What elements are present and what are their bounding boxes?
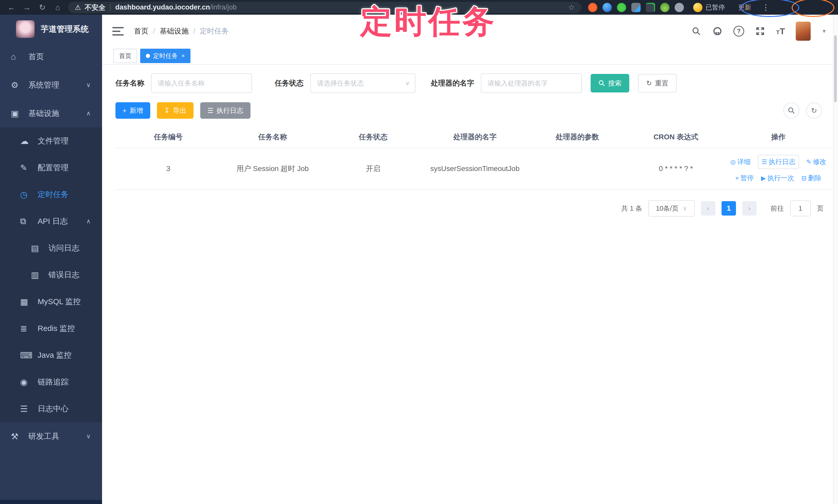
task-name-input[interactable]: [152, 79, 251, 87]
log-center-icon: ☰: [20, 404, 32, 414]
browser-menu-icon[interactable]: ⋮: [762, 3, 770, 12]
bookmark-star-icon[interactable]: ☆: [568, 3, 575, 12]
tab-scheduled-tasks[interactable]: 定时任务 ×: [140, 49, 190, 63]
row-execution-log-link[interactable]: ☰ 执行日志: [758, 155, 799, 169]
extension-green-check-icon[interactable]: [617, 3, 626, 12]
detail-link[interactable]: ◎ 详细: [730, 157, 751, 166]
address-bar[interactable]: ⚠ 不安全 dashboard.yudao.iocoder.cn /infra/…: [68, 2, 581, 13]
sidebar-item-config-management[interactable]: ✎ 配置管理: [0, 154, 102, 181]
access-log-icon: ▤: [31, 243, 43, 253]
sidebar-item-dev-tools[interactable]: ⚒ 研发工具 ∨: [0, 422, 102, 450]
extension-plant-icon[interactable]: [660, 3, 669, 12]
pause-icon: ×: [735, 175, 739, 182]
screen: ← → ↻ ⌂ ⚠ 不安全 dashboard.yudao.iocoder.cn…: [0, 0, 838, 504]
browser-home-icon[interactable]: ⌂: [50, 3, 66, 12]
delete-link[interactable]: ⊟ 删除: [801, 174, 821, 183]
help-icon[interactable]: ?: [733, 26, 744, 37]
table-toolbar-right: ↻: [783, 103, 822, 119]
sidebar-item-file-management[interactable]: ☁ 文件管理: [0, 127, 102, 154]
total-count: 共 1 条: [621, 204, 642, 213]
window-scrollbar[interactable]: [833, 15, 838, 504]
sidebar-item-error-log[interactable]: ▥ 错误日志: [0, 262, 102, 288]
sidebar-item-home[interactable]: ⌂ 首页: [0, 42, 102, 71]
sidebar-item-system-management[interactable]: ⚙ 系统管理 ∨: [0, 71, 102, 99]
task-status-select[interactable]: 请选择任务状态 ∨: [310, 73, 415, 93]
run-once-link[interactable]: ▶ 执行一次: [761, 174, 794, 183]
page-size-select[interactable]: 10条/页 ∨: [648, 200, 695, 217]
scrollbar-thumb[interactable]: [834, 35, 837, 102]
browser-forward-icon[interactable]: →: [19, 3, 35, 12]
chevron-up-icon: ∧: [86, 218, 91, 225]
sidebar-item-access-log[interactable]: ▤ 访问日志: [0, 235, 102, 262]
sidebar-item-api-log[interactable]: ⧉ API 日志 ∧: [0, 208, 102, 235]
task-name-field[interactable]: [151, 73, 252, 93]
browser-reload-icon[interactable]: ↻: [35, 3, 50, 12]
goto-page-input[interactable]: [792, 204, 809, 213]
sidebar-item-mysql-monitor[interactable]: ▦ MySQL 监控: [0, 288, 102, 315]
github-icon[interactable]: [712, 26, 722, 36]
list-icon: ☰: [207, 107, 213, 114]
reset-button[interactable]: ↻ 重置: [638, 74, 677, 92]
extension-blue-icon[interactable]: [603, 3, 612, 12]
edit-link[interactable]: ✎ 修改: [806, 157, 826, 166]
prev-page-button[interactable]: ‹: [701, 201, 715, 216]
java-icon: ⌨: [20, 350, 32, 360]
close-tab-icon[interactable]: ×: [181, 53, 185, 59]
chevron-down-icon: ∨: [86, 433, 91, 440]
breadcrumb-separator: /: [153, 27, 155, 35]
refresh-icon[interactable]: ↻: [806, 103, 822, 119]
sidebar-item-redis-monitor[interactable]: ≣ Redis 监控: [0, 315, 102, 342]
page-1-button[interactable]: 1: [721, 201, 736, 216]
sidebar-item-trace[interactable]: ◉ 链路追踪: [0, 368, 102, 395]
api-log-icon: ⧉: [20, 216, 32, 227]
sidebar-item-java-monitor[interactable]: ⌨ Java 监控: [0, 342, 102, 368]
breadcrumb-home[interactable]: 首页: [134, 26, 149, 36]
extensions-puzzle-icon[interactable]: [675, 3, 684, 12]
infrastructure-icon: ▣: [11, 108, 23, 119]
extension-grid-icon[interactable]: [631, 3, 641, 12]
add-button[interactable]: + 新增: [116, 102, 150, 119]
execution-log-button[interactable]: ☰ 执行日志: [200, 102, 250, 119]
pause-link[interactable]: × 暂停: [735, 174, 754, 183]
user-avatar[interactable]: [796, 22, 811, 41]
show-search-icon[interactable]: [783, 103, 799, 119]
download-icon: ↧: [164, 107, 170, 114]
collapse-sidebar-icon[interactable]: [112, 27, 124, 36]
table-toolbar: + 新增 ↧ 导出 ☰ 执行日志: [116, 102, 829, 119]
address-divider: [110, 4, 110, 11]
extension-orange-icon[interactable]: [588, 3, 597, 12]
fullscreen-icon[interactable]: [755, 26, 765, 36]
app-logo-row[interactable]: 芋道管理系统: [0, 15, 102, 42]
handler-name-field[interactable]: [481, 73, 582, 93]
sidebar: 芋道管理系统 ⌂ 首页 ⚙ 系统管理 ∨ ▣ 基础设施 ∧ ☁ 文件管理: [0, 15, 102, 504]
page-annotation: 定时任务: [360, 1, 496, 43]
tab-home[interactable]: 首页: [114, 49, 137, 63]
task-name-label: 任务名称: [116, 78, 144, 88]
extension-on-badge-icon[interactable]: [646, 3, 655, 12]
breadcrumb-infrastructure[interactable]: 基础设施: [160, 26, 189, 36]
update-button[interactable]: 更新: [734, 2, 755, 13]
next-page-button[interactable]: ›: [742, 201, 756, 216]
extension-icons: 已暂停 更新 ⋮: [588, 2, 770, 13]
cloud-upload-icon: ☁: [20, 136, 32, 146]
goto-page-field[interactable]: [790, 200, 811, 216]
sidebar-item-log-center[interactable]: ☰ 日志中心: [0, 395, 102, 422]
goto-label: 前往: [770, 204, 784, 213]
search-button[interactable]: 搜索: [591, 74, 629, 92]
search-icon: [598, 80, 605, 87]
cell-actions: ◎ 详细 ☰ 执行日志 ✎: [725, 148, 832, 190]
paused-extension-pill[interactable]: 已暂停: [689, 2, 729, 13]
sidebar-item-scheduled-tasks[interactable]: ◷ 定时任务: [0, 181, 102, 208]
sidebar-item-infrastructure[interactable]: ▣ 基础设施 ∧: [0, 99, 102, 127]
paused-badge-label: 已暂停: [705, 3, 725, 12]
caret-down-icon[interactable]: ▼: [821, 28, 827, 34]
cell-job-id: 3: [116, 148, 221, 190]
browser-back-icon[interactable]: ←: [4, 3, 19, 12]
search-icon[interactable]: [691, 26, 701, 36]
log-icon: ☰: [762, 158, 767, 166]
handler-name-input[interactable]: [482, 79, 581, 87]
export-button[interactable]: ↧ 导出: [157, 102, 193, 119]
font-size-icon[interactable]: TT: [776, 26, 785, 36]
col-job-status: 任务状态: [324, 126, 422, 148]
col-job-id: 任务编号: [116, 126, 221, 148]
